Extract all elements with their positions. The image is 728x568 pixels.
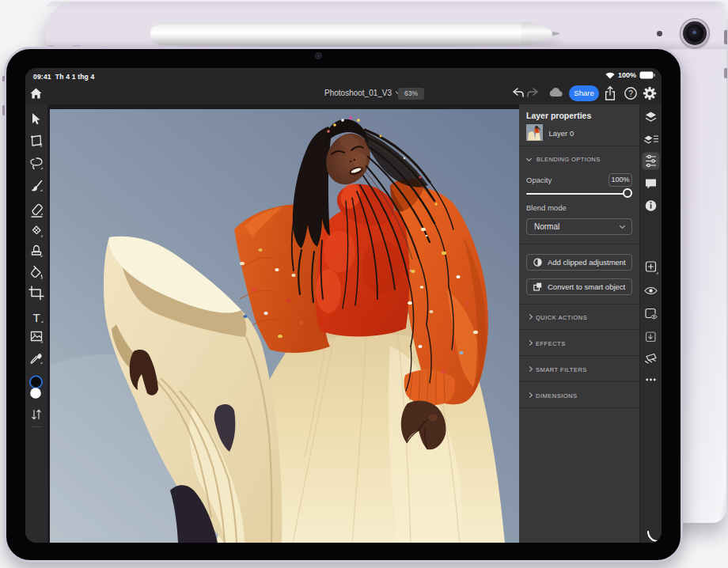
svg-text:?: ? <box>628 89 633 98</box>
svg-text:T: T <box>32 311 40 324</box>
